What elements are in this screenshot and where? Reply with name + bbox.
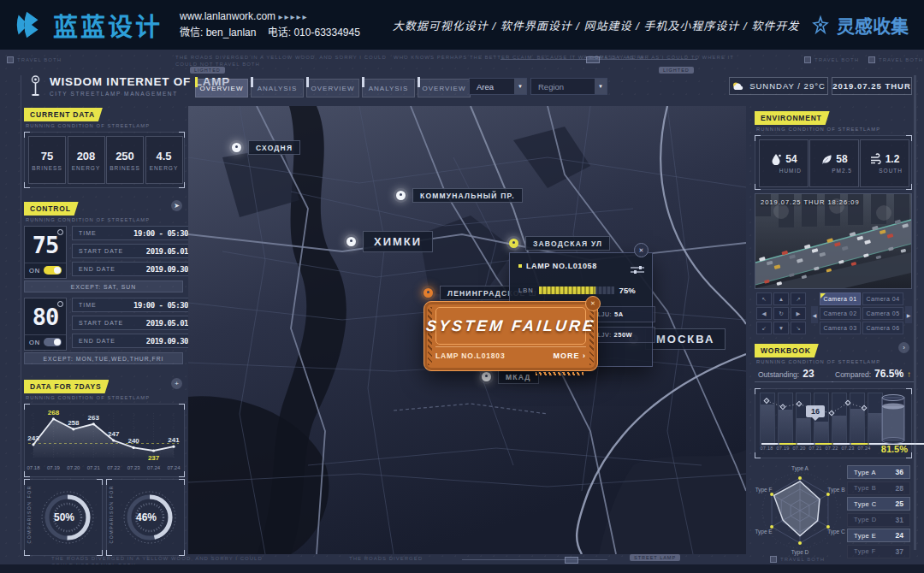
tab-label: ANALYSIS bbox=[369, 85, 409, 92]
dim-level-box: 80ON bbox=[24, 298, 67, 351]
tab-overview-2[interactable]: OVERVIEW bbox=[306, 79, 359, 97]
type-row-1[interactable]: Type A36 bbox=[847, 465, 910, 479]
tab-analysis-3[interactable]: ANALYSIS bbox=[362, 79, 415, 97]
sliders-icon[interactable] bbox=[631, 262, 644, 277]
camera-item-1[interactable]: Camera 01 bbox=[820, 292, 861, 305]
pan-up-right-button[interactable]: ↗ bbox=[791, 292, 806, 305]
map-label-0[interactable]: СХОДНЯ bbox=[229, 140, 300, 155]
type-row-2[interactable]: Type B28 bbox=[847, 481, 910, 495]
tab-overview-4[interactable]: OVERVIEW bbox=[418, 79, 471, 97]
type-row-3[interactable]: Type C25 bbox=[847, 497, 910, 511]
camera-dpad: ↖▲↗◀↻▶↙▼↘ bbox=[756, 292, 806, 334]
lbn-label: LBN bbox=[518, 286, 534, 294]
pan-left-button[interactable]: ◀ bbox=[756, 307, 772, 320]
warning-pin-icon[interactable] bbox=[506, 236, 521, 251]
power-toggle[interactable] bbox=[44, 338, 62, 346]
schedule-row-label: END DATE bbox=[79, 266, 116, 272]
map-label-6[interactable]: МКАД bbox=[479, 369, 539, 384]
except-bar: EXCEPT: MON,TUE,WED,THUR,FRI bbox=[24, 352, 183, 364]
seven-days-expand-icon[interactable]: + bbox=[171, 378, 182, 389]
type-value: 37 bbox=[896, 547, 903, 556]
right-scrollbar[interactable] bbox=[914, 75, 916, 550]
lamp-pin-icon[interactable] bbox=[479, 369, 494, 384]
control-next-icon[interactable]: ➤ bbox=[171, 200, 182, 211]
lamp-pin-icon[interactable] bbox=[394, 188, 408, 203]
failure-title-frame: SYSTEM FAILURE bbox=[435, 307, 586, 345]
tab-analysis-1[interactable]: ANALYSIS bbox=[251, 79, 304, 97]
inspiration-collect[interactable]: 灵感收集 bbox=[810, 12, 909, 38]
pan-up-left-button[interactable]: ↖ bbox=[756, 292, 772, 305]
x-tick-label: 07.23 bbox=[841, 446, 855, 451]
point-value: 243 bbox=[27, 434, 39, 442]
env-value: 54 bbox=[785, 153, 797, 165]
schedule-row-value: 2019.05.01 bbox=[146, 319, 188, 328]
lamp-pin-icon[interactable] bbox=[229, 140, 244, 155]
type-row-4[interactable]: Type D31 bbox=[847, 513, 910, 527]
alert-pin-icon[interactable] bbox=[421, 286, 435, 300]
camera-item-4[interactable]: Camera 04 bbox=[862, 292, 903, 305]
bottom-band bbox=[0, 564, 924, 573]
field-sep: : bbox=[610, 311, 612, 317]
corner-bracket bbox=[179, 479, 185, 485]
env-value: 58 bbox=[836, 153, 847, 165]
pan-right-button[interactable]: ▶ bbox=[791, 307, 806, 320]
region-select[interactable]: Region ▼ bbox=[530, 78, 607, 95]
type-row-6[interactable]: Type F37 bbox=[847, 545, 910, 558]
power-toggle[interactable] bbox=[44, 266, 62, 275]
streetlamp-icon bbox=[29, 75, 42, 97]
pan-down-button[interactable]: ▼ bbox=[773, 322, 789, 334]
brand-logo[interactable]: 蓝蓝设计 bbox=[14, 7, 163, 43]
camera-item-5[interactable]: Camera 05 bbox=[862, 307, 903, 320]
schedule-row: START DATE2019.05.01 bbox=[72, 244, 195, 258]
chevron-down-icon: ▼ bbox=[595, 79, 607, 94]
pin-core bbox=[509, 239, 518, 248]
lamp-pin-icon[interactable] bbox=[344, 234, 358, 249]
camera-feed[interactable]: 2019.07.25 THUR 18:26:09 bbox=[755, 193, 912, 289]
camera-item-2[interactable]: Camera 02 bbox=[820, 307, 861, 320]
workbook-badge: WORKBOOK bbox=[755, 344, 819, 357]
field-sep: : bbox=[609, 332, 611, 338]
more-button[interactable]: MORE › bbox=[554, 351, 587, 360]
close-icon[interactable]: ✕ bbox=[634, 243, 649, 257]
camera-item-3[interactable]: Camera 03 bbox=[820, 322, 861, 334]
schedule-row-label: END DATE bbox=[79, 338, 116, 344]
seven-days-chart-box: 24326825826324724023724107.1807.1907.200… bbox=[24, 404, 185, 477]
map-view[interactable]: СХОДНЯКОММУНАЛЬНЫЙ ПР.ХИМКИЗАВОДСКАЯ УЛЛ… bbox=[188, 106, 746, 554]
camera-item-6[interactable]: Camera 06 bbox=[862, 322, 903, 334]
pan-down-right-button[interactable]: ↘ bbox=[791, 322, 806, 334]
close-icon[interactable]: ✕ bbox=[585, 296, 601, 311]
phone-label: 电话: 010-63334945 bbox=[268, 27, 360, 38]
pan-up-button[interactable]: ▲ bbox=[773, 292, 789, 305]
env-tile-top: 58 bbox=[820, 153, 847, 165]
camera-next-arrow[interactable]: ▶ bbox=[905, 306, 912, 323]
compared-value: 76.5% bbox=[874, 368, 903, 380]
tab-tick bbox=[251, 77, 253, 87]
lbn-progressbar[interactable] bbox=[539, 286, 614, 294]
decor-text: THE ROADS DIVERGED IN A YELLOW WOOD, AND… bbox=[175, 55, 387, 60]
screen: 蓝蓝设计 www.lanlanwork.com ▸▸▸▸▸ 微信: ben_la… bbox=[0, 0, 924, 573]
decor-check-label: TRAVEL BOTH bbox=[17, 57, 62, 62]
map-label-3[interactable]: ЗАВОДСКАЯ УЛ bbox=[506, 236, 610, 251]
type-row-5[interactable]: Type E24 bbox=[847, 529, 910, 542]
trend-up-icon: ↑ bbox=[907, 369, 911, 379]
lighted-badge: LIGHTED bbox=[190, 67, 225, 74]
area-select[interactable]: Area ▼ bbox=[469, 78, 527, 95]
decor-check-label: TRAVEL BOTH bbox=[814, 57, 859, 62]
workbook-chart-box: 1607.1807.1907.2007.2107.2207.2307.2481.… bbox=[755, 388, 912, 458]
map-label-2[interactable]: ХИМКИ bbox=[344, 231, 433, 252]
map-label-text: ЗАВОДСКАЯ УЛ bbox=[525, 236, 610, 251]
date-text: 2019.07.25 THUR bbox=[832, 81, 911, 91]
workbook-next-icon[interactable]: › bbox=[898, 342, 909, 353]
camera-prev-arrow[interactable]: ◀ bbox=[811, 306, 818, 323]
services-tagline: 大数据可视化设计 / 软件界面设计 / 网站建设 / 手机及小程序设计 / 软件… bbox=[393, 17, 799, 33]
website-link[interactable]: www.lanlanwork.com bbox=[180, 10, 275, 22]
x-tick-label: 07.23 bbox=[127, 465, 141, 470]
pan-down-left-button[interactable]: ↙ bbox=[756, 322, 772, 334]
rotate-button[interactable]: ↻ bbox=[773, 307, 789, 320]
lamp-popup-title: LAMP NO.L01058 bbox=[526, 262, 597, 270]
brand-name: 蓝蓝设计 bbox=[53, 7, 163, 43]
map-label-1[interactable]: КОММУНАЛЬНЫЙ ПР. bbox=[394, 188, 523, 203]
tab-tick bbox=[362, 77, 364, 87]
tab-overview-0[interactable]: OVERVIEW bbox=[195, 79, 248, 97]
humidity-icon bbox=[770, 153, 782, 165]
